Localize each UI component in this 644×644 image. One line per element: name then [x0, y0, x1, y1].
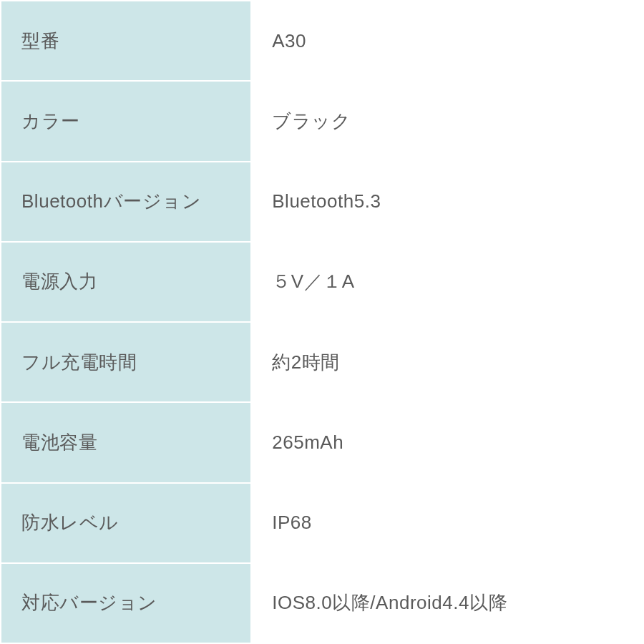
spec-label: 対応バージョン — [1, 563, 251, 643]
table-row: 対応バージョン IOS8.0以降/Android4.4以降 — [1, 563, 643, 643]
table-row: フル充電時間 約2時間 — [1, 322, 643, 402]
table-row: 防水レベル IP68 — [1, 483, 643, 563]
table-row: カラー ブラック — [1, 81, 643, 161]
spec-label: 型番 — [1, 1, 251, 81]
spec-value: ブラック — [251, 81, 643, 161]
spec-value: 265mAh — [251, 402, 643, 482]
spec-value: A30 — [251, 1, 643, 81]
spec-label: 防水レベル — [1, 483, 251, 563]
spec-value: ５V／１A — [251, 242, 643, 322]
spec-value: IP68 — [251, 483, 643, 563]
spec-label: 電池容量 — [1, 402, 251, 482]
table-row: 電池容量 265mAh — [1, 402, 643, 482]
spec-label: Bluetoothバージョン — [1, 162, 251, 242]
spec-table: 型番 A30 カラー ブラック Bluetoothバージョン Bluetooth… — [0, 0, 644, 644]
spec-label: 電源入力 — [1, 242, 251, 322]
table-row: 電源入力 ５V／１A — [1, 242, 643, 322]
spec-label: カラー — [1, 81, 251, 161]
spec-value: 約2時間 — [251, 322, 643, 402]
table-row: 型番 A30 — [1, 1, 643, 81]
spec-label: フル充電時間 — [1, 322, 251, 402]
spec-value: IOS8.0以降/Android4.4以降 — [251, 563, 643, 643]
spec-value: Bluetooth5.3 — [251, 162, 643, 242]
table-row: Bluetoothバージョン Bluetooth5.3 — [1, 162, 643, 242]
